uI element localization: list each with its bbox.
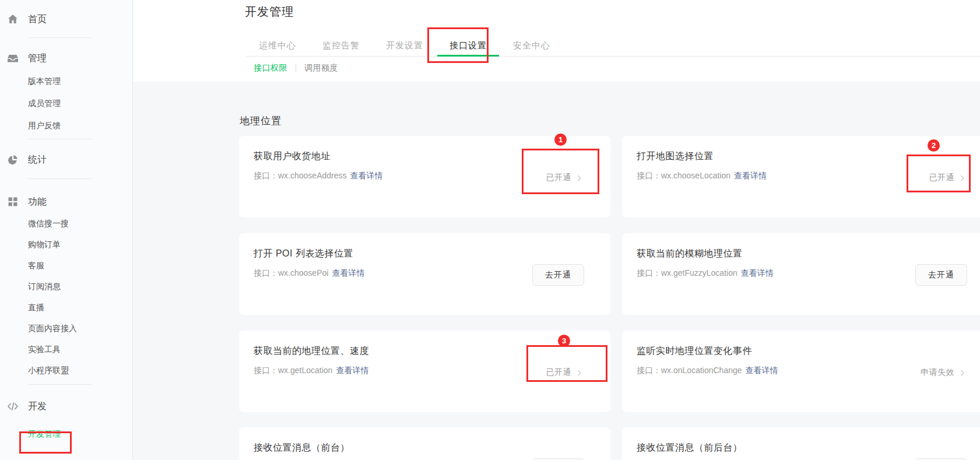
- tab-security-center[interactable]: 安全中心: [501, 34, 563, 56]
- chevron-right-icon: [958, 370, 964, 376]
- sidebar-divider: [28, 384, 92, 385]
- view-details-link[interactable]: 查看详情: [734, 171, 767, 180]
- api-card-choose-poi: 打开 POI 列表选择位置 接口：wx.choosePoi查看详情 去开通: [239, 233, 610, 315]
- sidebar-item-version-manage[interactable]: 版本管理: [0, 75, 132, 87]
- chevron-right-icon: [958, 175, 964, 181]
- view-details-link[interactable]: 查看详情: [350, 171, 383, 180]
- sidebar-item-development[interactable]: 开发: [0, 399, 132, 413]
- card-api-line: 接口：wx.choosePoi查看详情: [254, 268, 364, 279]
- section-title-geolocation: 地理位置: [240, 114, 282, 128]
- card-title: 获取当前的模糊地理位置: [637, 248, 743, 260]
- status-opened[interactable]: 已开通: [546, 367, 581, 378]
- sidebar-item-label: 首页: [28, 13, 47, 26]
- api-label: 接口：: [637, 366, 661, 375]
- api-name: wx.onLocationChange: [661, 366, 742, 375]
- api-card-on-location-change: 监听实时地理位置变化事件 接口：wx.onLocationChange查看详情 …: [622, 331, 980, 412]
- sidebar-item-dev-manage-active[interactable]: 开发管理: [0, 427, 132, 440]
- api-label: 接口：: [637, 171, 661, 180]
- sidebar-item-home[interactable]: 首页: [0, 12, 132, 26]
- sidebar-item-live[interactable]: 直播: [0, 301, 132, 314]
- sidebar-item-customer-service[interactable]: 客服: [0, 259, 132, 272]
- card-api-line: 接口：wx.chooseAddress查看详情: [254, 171, 383, 181]
- main-content: 开发管理 运维中心 监控告警 开发设置 接口设置 安全中心 接口权限 调用额度 …: [134, 0, 980, 460]
- card-title: 获取用户收货地址: [254, 150, 331, 163]
- sidebar-item-user-feedback[interactable]: 用户反馈: [0, 119, 132, 132]
- tab-bar: 运维中心 监控告警 开发设置 接口设置 安全中心: [247, 34, 980, 57]
- activate-button[interactable]: 去开通: [915, 264, 967, 286]
- code-icon: [7, 401, 19, 412]
- subtab-call-quota[interactable]: 调用额度: [304, 63, 338, 73]
- sidebar-item-manage[interactable]: 管理: [0, 51, 132, 65]
- sidebar: 首页 管理 版本管理 成员管理 用户反馈 统计: [0, 0, 133, 460]
- view-details-link[interactable]: 查看详情: [741, 268, 774, 278]
- card-title: 获取当前的地理位置、速度: [254, 345, 369, 357]
- sidebar-item-features[interactable]: 功能: [0, 195, 132, 209]
- card-api-line: 接口：wx.getFuzzyLocation查看详情: [637, 268, 774, 279]
- sidebar-divider: [28, 139, 92, 139]
- api-name: wx.getFuzzyLocation: [661, 268, 737, 278]
- sidebar-item-label: 管理: [28, 52, 47, 65]
- sidebar-item-member-manage[interactable]: 成员管理: [0, 97, 132, 110]
- card-title: 接收位置消息（前台）: [254, 442, 350, 454]
- api-label: 接口：: [637, 268, 661, 278]
- sidebar-item-statistics[interactable]: 统计: [0, 153, 132, 167]
- tab-dev-settings[interactable]: 开发设置: [374, 34, 435, 56]
- sidebar-item-subscribe-message[interactable]: 订阅消息: [0, 280, 132, 293]
- sidebar-item-label: 功能: [28, 196, 47, 208]
- api-name: wx.chooseLocation: [661, 171, 730, 180]
- sidebar-divider: [28, 37, 92, 38]
- api-name: wx.choosePoi: [278, 268, 328, 278]
- subtab-bar: 接口权限 调用额度: [254, 63, 338, 73]
- view-details-link[interactable]: 查看详情: [746, 366, 778, 375]
- grid-icon: [7, 196, 19, 208]
- api-label: 接口：: [254, 366, 278, 375]
- card-title: 监听实时地理位置变化事件: [637, 345, 752, 357]
- sidebar-item-wechat-search[interactable]: 微信搜一搜: [0, 217, 132, 230]
- pie-chart-icon: [7, 154, 19, 166]
- chevron-right-icon: [575, 370, 581, 376]
- sidebar-divider: [28, 178, 92, 179]
- sidebar-item-miniprogram-alliance[interactable]: 小程序联盟: [0, 364, 132, 377]
- api-card-choose-location: 打开地图选择位置 接口：wx.chooseLocation查看详情 已开通: [622, 136, 980, 217]
- view-details-link[interactable]: 查看详情: [336, 366, 368, 375]
- api-label: 接口：: [254, 268, 278, 278]
- tab-operations-center[interactable]: 运维中心: [247, 34, 308, 56]
- api-label: 接口：: [254, 171, 278, 180]
- api-card-get-location: 获取当前的地理位置、速度 接口：wx.getLocation查看详情 已开通: [239, 331, 610, 412]
- card-title: 打开地图选择位置: [637, 150, 714, 163]
- card-title: 接收位置消息（前后台）: [637, 442, 743, 454]
- card-title: 打开 POI 列表选择位置: [254, 248, 353, 260]
- card-api-line: 接口：wx.onLocationChange查看详情: [637, 366, 778, 376]
- sidebar-item-label: 开发: [28, 401, 47, 413]
- api-card-get-fuzzy-location: 获取当前的模糊地理位置 接口：wx.getFuzzyLocation查看详情 去…: [622, 233, 980, 315]
- sidebar-item-shopping-orders[interactable]: 购物订单: [0, 238, 132, 251]
- api-name: wx.chooseAddress: [278, 171, 347, 180]
- status-opened[interactable]: 已开通: [546, 173, 581, 183]
- api-card-choose-address: 获取用户收货地址 接口：wx.chooseAddress查看详情 已开通: [239, 136, 610, 217]
- page-title: 开发管理: [245, 4, 294, 20]
- api-name: wx.getLocation: [278, 366, 332, 375]
- status-application-expired[interactable]: 申请失效: [921, 367, 963, 378]
- home-icon: [7, 13, 19, 25]
- subtab-divider: [296, 64, 296, 72]
- card-api-line: 接口：wx.chooseLocation查看详情: [637, 171, 767, 181]
- sidebar-item-experiment-tools[interactable]: 实验工具: [0, 343, 132, 356]
- view-details-link[interactable]: 查看详情: [332, 268, 364, 278]
- tab-interface-settings[interactable]: 接口设置: [437, 34, 499, 56]
- api-card-receive-location-fore-background: 接收位置消息（前后台） 去开通: [622, 427, 980, 460]
- subtab-interface-permission[interactable]: 接口权限: [254, 63, 287, 73]
- inbox-icon: [7, 52, 19, 64]
- card-api-line: 接口：wx.getLocation查看详情: [254, 366, 368, 376]
- api-card-receive-location-foreground: 接收位置消息（前台） 去开通: [239, 427, 610, 460]
- sidebar-item-label: 统计: [28, 154, 47, 166]
- chevron-right-icon: [575, 175, 581, 181]
- tab-monitor-alerts[interactable]: 监控告警: [310, 34, 372, 56]
- sidebar-item-page-content[interactable]: 页面内容接入: [0, 322, 132, 335]
- activate-button[interactable]: 去开通: [532, 264, 584, 286]
- status-opened[interactable]: 已开通: [929, 173, 964, 183]
